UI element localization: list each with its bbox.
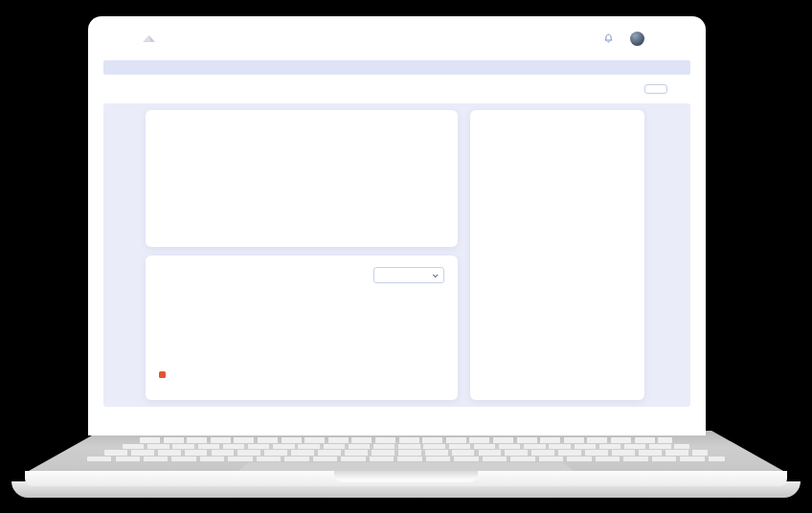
- accent-strip: [103, 60, 690, 75]
- keyboard-row: [87, 457, 725, 462]
- laptop-screen: [88, 16, 706, 435]
- user-avatar[interactable]: [630, 32, 644, 46]
- chevron-down-icon: [433, 272, 439, 278]
- keyboard-row: [140, 437, 672, 443]
- notifications-bell-icon[interactable]: [602, 33, 615, 45]
- filter-dropdown[interactable]: [373, 267, 444, 283]
- your-funds-card: [146, 110, 458, 247]
- left-column: [146, 110, 458, 407]
- usd-legend-swatch: [159, 371, 166, 378]
- top-nav: [103, 16, 690, 60]
- keyboard-row: [104, 450, 708, 456]
- total-asset-value-card: [146, 256, 458, 400]
- exchange-rates-card: [470, 110, 644, 400]
- two-factor-banner: [103, 75, 690, 103]
- brand-logo[interactable]: [142, 33, 160, 44]
- brand-logo-icon: [142, 33, 156, 44]
- laptop-mockup: [0, 0, 812, 513]
- nav-right: [602, 32, 644, 46]
- asset-value-chart: [159, 287, 444, 360]
- dashboard-main: [103, 103, 690, 407]
- chart-x-axis: [159, 364, 444, 365]
- laptop-trackpad: [238, 462, 574, 471]
- enable-2fa-button[interactable]: [644, 84, 667, 94]
- keyboard-row: [123, 444, 689, 450]
- laptop-lid-notch: [334, 471, 478, 482]
- exchange-meta: [482, 159, 633, 170]
- chart-legend: [159, 371, 444, 378]
